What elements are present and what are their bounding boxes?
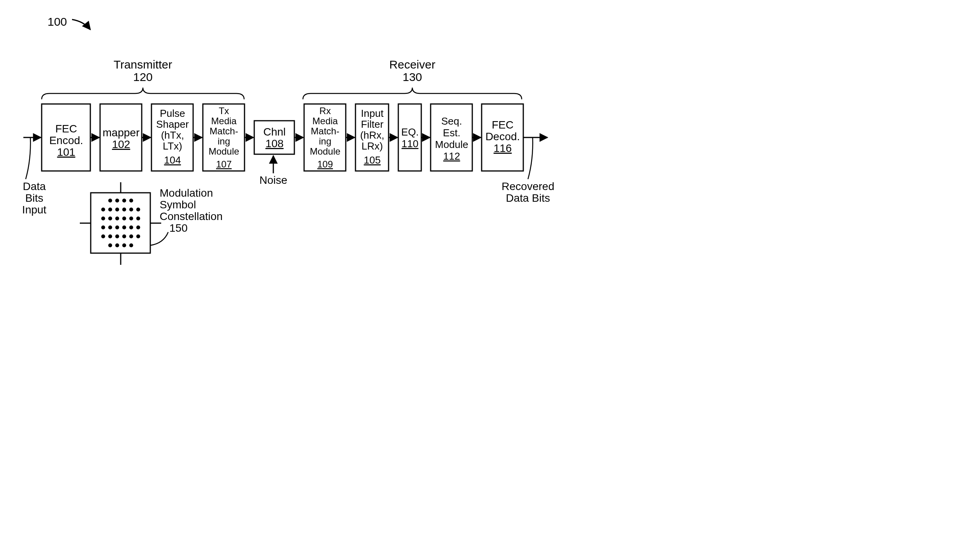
svg-point-26 [136,225,140,229]
svg-point-11 [115,208,119,211]
rxmm-l2: Media [312,116,338,126]
chnl-num: 108 [266,137,284,150]
txmm-l3: Match- [209,126,238,136]
txmm-l4: ing [218,136,230,146]
txmm-l2: Media [211,116,237,126]
txmm-l5: Module [209,146,239,157]
fec-dec-l2: Decod. [486,130,520,143]
svg-point-19 [129,217,133,220]
svg-point-35 [122,243,126,247]
svg-point-25 [129,225,133,229]
transmitter-num: 120 [133,70,153,83]
svg-point-27 [101,234,105,238]
txmm-num: 107 [216,159,232,169]
figure-ref-arrow [72,19,90,30]
fec-enc-l2: Encod. [49,134,83,146]
svg-point-29 [115,234,119,238]
seq-l2: Est. [443,127,461,139]
seq-l1: Seq. [441,115,462,127]
transmitter-brace [42,88,244,99]
fec-enc-num: 101 [57,146,76,158]
svg-point-10 [108,208,112,211]
svg-point-24 [122,225,126,229]
receiver-num: 130 [403,70,422,83]
fec-dec-l1: FEC [492,119,514,131]
seq-l3: Module [435,139,468,150]
transmitter-label: Transmitter [114,58,172,71]
rxmm-l1: Rx [319,106,331,116]
svg-point-16 [108,217,112,220]
input-l3: Input [22,204,46,216]
input-l2: Bits [25,192,44,204]
output-leader [528,137,533,179]
rxmm-num: 109 [317,159,333,169]
output-l2: Data Bits [506,192,550,204]
txmm-l1: Tx [219,106,229,116]
svg-rect-0 [91,193,150,253]
chnl-l1: Chnl [263,126,286,138]
svg-point-5 [108,199,112,203]
rxmm-l4: ing [319,136,331,146]
svg-point-30 [122,234,126,238]
receiver-label: Receiver [389,58,435,71]
pulse-num: 104 [164,154,181,166]
svg-point-7 [122,199,126,203]
inflt-l4: LRx) [362,140,383,152]
svg-point-13 [129,208,133,211]
const-l2: Symbol [160,199,196,211]
svg-point-33 [108,243,112,247]
const-l3: Constellation [160,210,223,222]
svg-point-22 [108,225,112,229]
pulse-l2: Shaper [156,118,189,130]
input-l1: Data [23,180,46,192]
rxmm-l3: Match- [311,126,339,136]
svg-point-9 [101,208,105,211]
svg-point-21 [101,225,105,229]
svg-point-34 [115,243,119,247]
seq-num: 112 [443,150,460,162]
fec-enc-l1: FEC [55,123,77,135]
const-l1: Modulation [160,187,213,199]
receiver-brace [303,88,522,99]
svg-point-6 [115,199,119,203]
mapper-l1: mapper [103,127,140,139]
svg-point-12 [122,208,126,211]
eq-num: 110 [401,138,418,150]
svg-point-32 [136,234,140,238]
fec-dec-num: 116 [494,142,512,154]
constellation [80,182,161,265]
inflt-l1: Input [361,107,384,119]
const-num: 150 [169,222,188,234]
svg-point-15 [101,217,105,220]
svg-point-36 [129,243,133,247]
svg-point-28 [108,234,112,238]
svg-point-8 [129,199,133,203]
noise-label: Noise [259,174,287,186]
mapper-num: 102 [112,138,130,150]
figure-ref: 100 [48,15,67,28]
rxmm-l5: Module [310,146,341,157]
inflt-l3: (hRx, [360,129,384,141]
input-leader [26,137,30,179]
pulse-l1: Pulse [160,107,185,119]
pulse-l3: (hTx, [161,129,184,141]
svg-point-20 [136,217,140,220]
svg-point-18 [122,217,126,220]
const-leader [150,232,168,245]
svg-point-23 [115,225,119,229]
inflt-l2: Filter [361,118,384,130]
svg-point-31 [129,234,133,238]
svg-point-14 [136,208,140,211]
svg-point-17 [115,217,119,220]
eq-l1: EQ. [401,126,419,138]
inflt-num: 105 [364,154,380,166]
pulse-l4: LTx) [163,140,182,152]
output-l1: Recovered [501,180,554,192]
